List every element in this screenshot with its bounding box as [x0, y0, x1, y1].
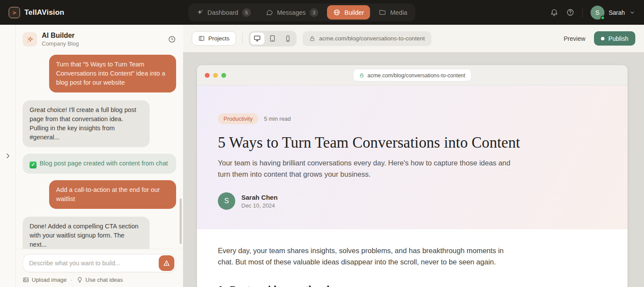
- close-window-icon: [205, 73, 210, 78]
- sidebar-subtitle: Company Blog: [42, 40, 79, 47]
- history-clock-icon[interactable]: [168, 35, 176, 43]
- tab-label: Dashboard: [207, 9, 238, 16]
- chat-message-user: Add a call-to-action at the end for our …: [49, 180, 176, 209]
- nav-right: S Sarah: [550, 6, 635, 20]
- preview-button[interactable]: Preview: [564, 35, 585, 42]
- app-logo-icon: >: [9, 7, 20, 18]
- sidebar-expand-chevron-icon[interactable]: [4, 152, 11, 159]
- browser-address-pill: acme.com/blog/conversations-to-content: [354, 69, 471, 81]
- article-meta-row: Productivity 5 min read: [218, 113, 607, 124]
- user-name: Sarah: [609, 9, 625, 16]
- article-hero: Productivity 5 min read 5 Ways to Turn T…: [197, 86, 627, 229]
- sidebar-scrollbar[interactable]: [180, 198, 182, 244]
- browser-preview-window: acme.com/blog/conversations-to-content P…: [197, 65, 627, 287]
- tab-messages[interactable]: Messages 3: [260, 5, 324, 20]
- nav-divider: [582, 7, 583, 18]
- chevron-down-icon: [629, 10, 635, 16]
- author-name: Sarah Chen: [241, 194, 277, 201]
- tab-label: Builder: [344, 9, 364, 16]
- tab-media[interactable]: Media: [373, 5, 414, 20]
- use-chat-ideas-button[interactable]: Use chat ideas: [77, 277, 123, 283]
- ai-builder-sidebar: AI Builder Company Blog Turn that "5 Way…: [16, 25, 183, 287]
- builder-toolbar: Projects: [183, 25, 644, 52]
- desktop-icon: [254, 35, 261, 42]
- notifications-bell-icon[interactable]: [550, 8, 558, 16]
- sidebar-rail: [0, 25, 16, 287]
- lock-icon: [359, 73, 364, 78]
- browser-url-text: acme.com/blog/conversations-to-content: [367, 72, 465, 78]
- help-icon[interactable]: [566, 8, 574, 16]
- site-url-bar[interactable]: acme.com/blog/conversations-to-content: [303, 31, 431, 46]
- tab-badge: 5: [242, 8, 251, 17]
- send-button[interactable]: [159, 255, 174, 271]
- user-menu[interactable]: S Sarah: [591, 6, 635, 20]
- success-check-icon: ✓: [30, 162, 37, 168]
- device-toggle-group: [249, 31, 297, 46]
- desktop-view-button[interactable]: [250, 33, 264, 45]
- mobile-icon: [284, 35, 291, 42]
- chat-message-assistant: Great choice! I'll create a full blog po…: [23, 100, 150, 147]
- mobile-view-button[interactable]: [281, 33, 295, 45]
- brand[interactable]: > TellAVision: [9, 7, 64, 18]
- article-title: 5 Ways to Turn Team Conversations into C…: [218, 134, 607, 152]
- image-icon: [23, 277, 29, 283]
- globe-icon: [333, 9, 340, 16]
- tab-builder[interactable]: Builder: [327, 5, 370, 20]
- chat-icon: [266, 9, 273, 16]
- sidebar-title: AI Builder: [42, 32, 79, 40]
- tab-badge: 3: [310, 8, 318, 17]
- nav-tab-group: Dashboard 5 Messages 3 Builder Media: [188, 3, 415, 21]
- author-avatar: S: [218, 192, 235, 210]
- panel-icon: [198, 35, 205, 42]
- sparkles-icon: [196, 9, 204, 16]
- zoom-window-icon: [221, 73, 226, 78]
- article-subtitle: Your team is having brilliant conversati…: [218, 158, 518, 180]
- chat-message-user: Turn that "5 Ways to Turn Team Conversat…: [49, 55, 176, 92]
- article-body: Every day, your team shares insights, so…: [197, 229, 627, 287]
- top-nav: > TellAVision Dashboard 5 Messages 3 Bui…: [0, 0, 644, 25]
- toolbar-divider: [242, 33, 243, 44]
- read-time: 5 min read: [264, 115, 290, 122]
- build-prompt-input[interactable]: [29, 260, 159, 267]
- tablet-icon: [269, 35, 276, 42]
- chat-composer: Upload image · Use chat ideas: [16, 249, 183, 287]
- brand-name: TellAVision: [24, 8, 64, 17]
- upload-image-button[interactable]: Upload image: [23, 277, 67, 283]
- builder-main: Projects: [183, 25, 644, 287]
- footer-separator: ·: [70, 277, 72, 283]
- sidebar-header: AI Builder Company Blog: [16, 25, 183, 53]
- folder-icon: [379, 9, 386, 16]
- publish-button[interactable]: Publish: [594, 31, 635, 46]
- composer-input-row: [23, 254, 176, 272]
- toolbar-right: Preview Publish: [564, 31, 635, 46]
- traffic-lights: [205, 73, 226, 78]
- article-paragraph: Every day, your team shares insights, so…: [218, 245, 507, 267]
- minimize-window-icon: [213, 73, 218, 78]
- projects-button[interactable]: Projects: [192, 31, 236, 46]
- tab-label: Media: [390, 9, 407, 16]
- lock-icon: [309, 36, 315, 42]
- category-badge: Productivity: [218, 113, 258, 124]
- preview-canvas: acme.com/blog/conversations-to-content P…: [183, 52, 644, 287]
- online-status-dot: [601, 16, 605, 20]
- publish-status-dot: [601, 37, 604, 40]
- sidebar-titles: AI Builder Company Blog: [42, 32, 79, 47]
- avatar: S: [591, 6, 604, 20]
- author-meta: Sarah Chen Dec 10, 2024: [241, 194, 277, 209]
- send-icon: [163, 259, 170, 267]
- lightbulb-icon: [77, 277, 83, 283]
- ai-sparkle-icon: [23, 32, 37, 46]
- publish-date: Dec 10, 2024: [241, 202, 277, 209]
- chat-message-status: ✓Blog post page created with content fro…: [23, 154, 176, 174]
- tab-label: Messages: [277, 9, 306, 16]
- tablet-view-button[interactable]: [266, 33, 280, 45]
- site-url-text: acme.com/blog/conversations-to-content: [319, 35, 425, 42]
- article-section-heading: 1. Capture ideas as they happen: [218, 284, 607, 287]
- browser-chrome: acme.com/blog/conversations-to-content: [197, 65, 627, 86]
- author-row: S Sarah Chen Dec 10, 2024: [218, 192, 607, 210]
- composer-footer: Upload image · Use chat ideas: [23, 277, 176, 283]
- tab-dashboard[interactable]: Dashboard 5: [190, 5, 257, 20]
